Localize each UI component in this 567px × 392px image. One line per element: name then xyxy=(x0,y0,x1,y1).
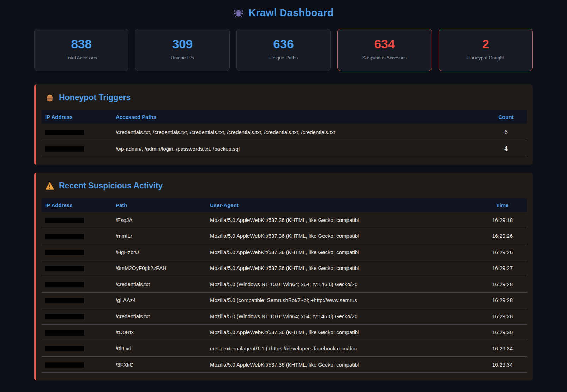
user-agent-cell: Mozilla/5.0 AppleWebKit/537.36 (KHTML, l… xyxy=(206,324,478,340)
path-cell: /EsqJA xyxy=(112,212,206,228)
honeypot-triggers-section: Honeypot Triggers IP Address Accessed Pa… xyxy=(34,84,533,165)
ip-cell xyxy=(42,244,112,260)
column-header-ip: IP Address xyxy=(42,110,112,124)
activity-table-row: /credentials.txt Mozilla/5.0 (Windows NT… xyxy=(42,276,527,293)
section-title-text: Honeypot Triggers xyxy=(59,93,131,102)
user-agent-cell: Mozilla/5.0 (Windows NT 10.0; Win64; x64… xyxy=(206,308,478,325)
accessed-paths-cell: /wp-admin/, /admin/login, /passwords.txt… xyxy=(112,140,485,157)
path-cell: /tO0Htx xyxy=(112,324,206,340)
spider-icon xyxy=(233,8,244,18)
activity-table-header-row: IP Address Path User-Agent Time xyxy=(42,198,527,212)
ip-cell xyxy=(42,124,112,140)
honeypot-table-row: /wp-admin/, /admin/login, /passwords.txt… xyxy=(42,140,527,157)
stat-value: 838 xyxy=(37,38,125,50)
stat-value: 2 xyxy=(442,38,530,50)
activity-table: IP Address Path User-Agent Time /EsqJA M… xyxy=(42,198,527,373)
stat-value: 634 xyxy=(340,38,428,50)
stat-card-honeypot-caught: 2 Honeypot Caught xyxy=(439,29,533,71)
stat-card-unique-ips: 309 Unique IPs xyxy=(135,29,229,71)
column-header-count: Count xyxy=(485,110,527,124)
user-agent-cell: Mozilla/5.0 (Windows NT 10.0; Win64; x64… xyxy=(206,276,478,293)
path-cell: /gLAAz4 xyxy=(112,292,206,308)
activity-table-row: /credentials.txt Mozilla/5.0 (Windows NT… xyxy=(42,308,527,325)
redacted-ip-bar xyxy=(45,330,84,336)
stat-card-total-accesses: 838 Total Accesses xyxy=(34,29,128,71)
path-cell: /mmILr xyxy=(112,228,206,244)
stat-label: Unique IPs xyxy=(138,55,226,60)
user-agent-cell: Mozilla/5.0 AppleWebKit/537.36 (KHTML, l… xyxy=(206,356,478,373)
count-cell: 6 xyxy=(485,124,527,140)
accessed-paths-cell: /credentials.txt, /credentials.txt, /cre… xyxy=(112,124,485,140)
page-title: Krawl Dashboard xyxy=(248,7,334,19)
ip-cell xyxy=(42,260,112,276)
time-cell: 16:29:28 xyxy=(478,308,527,325)
stat-card-suspicious-accesses: 634 Suspicious Accesses xyxy=(337,29,432,71)
stat-label: Total Accesses xyxy=(37,55,125,60)
user-agent-cell: Mozilla/5.0 (compatible; SemrushBot/7~bl… xyxy=(206,292,478,308)
honeypot-section-title: Honeypot Triggers xyxy=(45,93,527,102)
honeypot-table-header-row: IP Address Accessed Paths Count xyxy=(42,110,527,124)
time-cell: 16:29:34 xyxy=(478,340,527,357)
path-cell: /6mM2OyF0gk2zPAH xyxy=(112,260,206,276)
user-agent-cell: Mozilla/5.0 AppleWebKit/537.36 (KHTML, l… xyxy=(206,212,478,228)
section-title-text: Recent Suspicious Activity xyxy=(59,181,163,191)
redacted-ip-bar xyxy=(45,234,84,239)
activity-table-row: /6mM2OyF0gk2zPAH Mozilla/5.0 AppleWebKit… xyxy=(42,260,527,276)
activity-table-row: /EsqJA Mozilla/5.0 AppleWebKit/537.36 (K… xyxy=(42,212,527,228)
ip-cell xyxy=(42,308,112,325)
ip-cell xyxy=(42,356,112,373)
redacted-ip-bar xyxy=(45,282,84,287)
ip-cell xyxy=(42,292,112,308)
dashboard-page: Krawl Dashboard 838 Total Accesses 309 U… xyxy=(0,0,567,380)
warning-icon xyxy=(45,181,54,191)
activity-table-row: /0ltLxd meta-externalagent/1.1 (+https:/… xyxy=(42,340,527,357)
activity-table-row: /tO0Htx Mozilla/5.0 AppleWebKit/537.36 (… xyxy=(42,324,527,340)
column-header-ip: IP Address xyxy=(42,198,112,212)
path-cell: /credentials.txt xyxy=(112,308,206,325)
redacted-ip-bar xyxy=(45,250,84,255)
redacted-ip-bar xyxy=(45,362,84,368)
honeypot-table: IP Address Accessed Paths Count /credent… xyxy=(42,110,527,157)
redacted-ip-bar xyxy=(45,146,84,152)
redacted-ip-bar xyxy=(45,314,84,319)
redacted-ip-bar xyxy=(45,346,84,351)
time-cell: 16:29:26 xyxy=(478,244,527,260)
app-header: Krawl Dashboard xyxy=(34,4,533,29)
redacted-ip-bar xyxy=(45,130,84,135)
path-cell: /3FXfiC xyxy=(112,356,206,373)
path-cell: /HgHzbrU xyxy=(112,244,206,260)
stat-label: Suspicious Accesses xyxy=(340,55,428,60)
user-agent-cell: meta-externalagent/1.1 (+https://develop… xyxy=(206,340,478,357)
path-cell: /credentials.txt xyxy=(112,276,206,293)
ip-cell xyxy=(42,340,112,357)
ip-cell xyxy=(42,276,112,293)
activity-table-row: /HgHzbrU Mozilla/5.0 AppleWebKit/537.36 … xyxy=(42,244,527,260)
time-cell: 16:29:28 xyxy=(478,276,527,293)
ip-cell xyxy=(42,212,112,228)
column-header-paths: Accessed Paths xyxy=(112,110,485,124)
honeypot-table-row: /credentials.txt, /credentials.txt, /cre… xyxy=(42,124,527,140)
stat-label: Unique Paths xyxy=(240,55,327,60)
time-cell: 16:29:34 xyxy=(478,356,527,373)
time-cell: 16:29:27 xyxy=(478,260,527,276)
activity-table-row: /3FXfiC Mozilla/5.0 AppleWebKit/537.36 (… xyxy=(42,356,527,373)
suspicious-activity-section: Recent Suspicious Activity IP Address Pa… xyxy=(34,173,533,380)
path-cell: /0ltLxd xyxy=(112,340,206,357)
count-cell: 4 xyxy=(485,140,527,157)
column-header-time: Time xyxy=(478,198,527,212)
redacted-ip-bar xyxy=(45,218,84,223)
stat-card-unique-paths: 636 Unique Paths xyxy=(236,29,331,71)
user-agent-cell: Mozilla/5.0 AppleWebKit/537.36 (KHTML, l… xyxy=(206,228,478,244)
activity-table-row: /gLAAz4 Mozilla/5.0 (compatible; Semrush… xyxy=(42,292,527,308)
activity-section-title: Recent Suspicious Activity xyxy=(45,181,527,191)
stat-value: 309 xyxy=(138,38,226,50)
stat-value: 636 xyxy=(240,38,327,50)
ip-cell xyxy=(42,228,112,244)
time-cell: 16:29:28 xyxy=(478,292,527,308)
redacted-ip-bar xyxy=(45,298,84,303)
user-agent-cell: Mozilla/5.0 AppleWebKit/537.36 (KHTML, l… xyxy=(206,244,478,260)
stats-row: 838 Total Accesses 309 Unique IPs 636 Un… xyxy=(34,29,533,71)
time-cell: 16:29:18 xyxy=(478,212,527,228)
time-cell: 16:29:26 xyxy=(478,228,527,244)
ip-cell xyxy=(42,140,112,157)
